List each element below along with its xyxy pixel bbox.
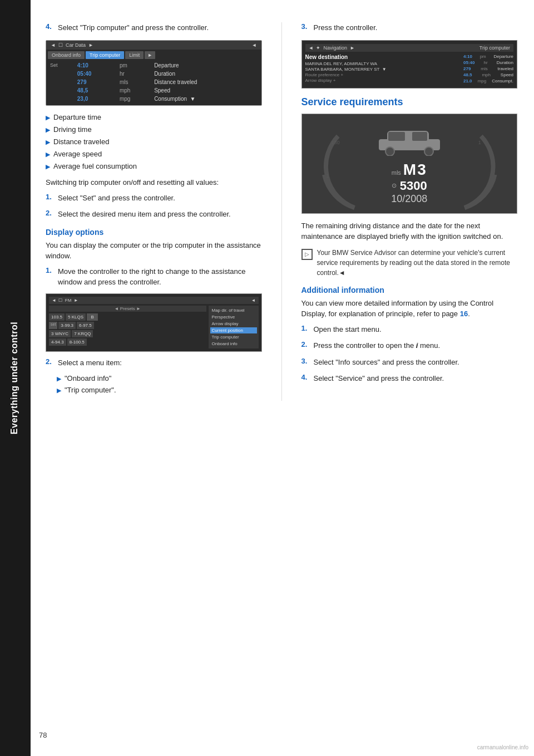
- page-link[interactable]: 16: [460, 310, 468, 318]
- step-4-text: Select "Trip computer" and press the con…: [58, 22, 209, 33]
- sidebar-border: [29, 0, 31, 756]
- trip-data-table: Set 4:10 pm Departure 05:40 hr Duration …: [48, 61, 260, 103]
- nav-data-row: 279 mls traveled: [463, 66, 513, 71]
- tab-trip-computer[interactable]: Trip computer: [86, 51, 124, 59]
- list-item: ▶Driving time: [46, 125, 262, 135]
- radio-screen: ◄ ☐ FM ► ◄ ◄ Presets ► 103.5 5 KLQS B se…: [46, 293, 262, 352]
- additional-info-text: You can view more detailed information b…: [301, 298, 518, 320]
- station-cell: 7 KRQQ: [72, 330, 93, 337]
- menu-item-active[interactable]: Current position: [210, 327, 257, 333]
- additional-step-4: 4. Select "Service" and press the contro…: [301, 373, 518, 384]
- nav-data-row: 21.0 mpg Consumpt.: [463, 78, 513, 84]
- step-1-move: 1. Move the controller to the right to c…: [46, 266, 262, 288]
- nav-data-row: 48.5 mph Speed: [463, 72, 513, 77]
- bullet-arrow-icon: ▶: [46, 150, 50, 159]
- bullet-arrow-icon: ▶: [57, 386, 61, 395]
- station-cell: 6-97.5: [77, 322, 94, 329]
- radio-topbar-left: ◄ ☐ FM ►: [52, 298, 78, 303]
- odometer-icon: ⊙: [392, 182, 397, 189]
- step-1: 1. Select "Set" and press the controller…: [46, 193, 262, 204]
- model-label: M3: [403, 161, 427, 179]
- column-divider: [281, 22, 282, 401]
- radio-row: 3 WNYC 7 KRQQ: [49, 330, 206, 337]
- menu-item: Perspective: [210, 314, 257, 320]
- navigation-screen: ◄ ✦ Navigation ► Trip computer New desti…: [301, 40, 518, 89]
- step-2: 2. Select the desired menu item and pres…: [46, 209, 262, 220]
- additional-step-2: 2. Press the controller to open the i me…: [301, 340, 518, 351]
- bullet-arrow-icon: ▶: [46, 138, 50, 146]
- left-column: 4. Select "Trip computer" and press the …: [46, 22, 262, 401]
- nav-title-left: ◄ ✦ Navigation ►: [309, 45, 355, 51]
- step-3: 3. Press the controller.: [301, 22, 518, 33]
- service-text: The remaining driving distance and the d…: [301, 220, 518, 242]
- svg-rect-7: [388, 132, 405, 141]
- nav-right-panel: 4:10 pm Departure 05:40 hr Duration 279 …: [463, 54, 513, 85]
- trip-computer-screen: ◄ ☐ Car Data ► ◄ Onboard info Trip compu…: [46, 40, 262, 106]
- service-data: mls M3 ⊙ 5300 10/2008: [391, 161, 427, 205]
- radio-row: set 3-99.3 6-97.5: [49, 322, 206, 329]
- list-item: ▶Distance traveled: [46, 137, 262, 147]
- additional-step-1-num: 1.: [301, 324, 309, 335]
- radio-row: 4-94.3 8-100.5: [49, 338, 206, 346]
- service-date: 10/2008: [391, 193, 427, 205]
- station-cell: 103.5: [49, 313, 65, 321]
- bullet-arrow-icon: ▶: [46, 126, 50, 134]
- step-1-text: Select "Set" and press the controller.: [58, 193, 175, 204]
- step-4-num: 4.: [46, 22, 53, 33]
- radio-menu-sidebar: Map dir. of travel Perspective Arrow dis…: [209, 306, 259, 348]
- radio-topbar-icon: ◄: [251, 298, 256, 303]
- sidebar-title: Everything under control: [9, 322, 19, 434]
- tab-limit[interactable]: Limit: [125, 51, 144, 59]
- bullet-arrow-icon: ▶: [46, 163, 50, 171]
- mls-label: mls: [392, 169, 401, 176]
- bullet-arrow-icon: ▶: [46, 114, 50, 122]
- station-cell: 4-94.3: [49, 338, 66, 346]
- step-2-select: 2. Select a menu item:: [46, 357, 262, 369]
- bullet-arrow-icon: ▶: [57, 375, 61, 383]
- additional-step-4-num: 4.: [301, 373, 309, 384]
- mileage-value: 5300: [400, 179, 427, 193]
- main-content: 4. Select "Trip computer" and press the …: [29, 0, 534, 423]
- radio-row: 103.5 5 KLQS B: [49, 313, 206, 321]
- nav-arrow-display: Arrow display +: [305, 78, 461, 83]
- menu-item: Map dir. of travel: [210, 307, 257, 313]
- additional-step-3-num: 3.: [301, 357, 309, 368]
- screen1-title: ◄ ☐ Car Data ►: [51, 42, 93, 48]
- additional-step-1-text: Open the start menu.: [314, 324, 382, 335]
- table-row: 279 mls Distance traveled: [48, 78, 260, 86]
- note-box: ▷ Your BMW Service Advisor can determine…: [301, 248, 518, 278]
- nav-trip-label: Trip computer: [479, 45, 510, 51]
- note-text: Your BMW Service Advisor can determine y…: [317, 248, 518, 278]
- nav-body: New destination MARINA DEL REY, ADMIRALT…: [305, 54, 514, 85]
- tab-onboard-info[interactable]: Onboard info: [48, 51, 85, 59]
- station-flag: B: [87, 313, 98, 321]
- svg-text:1: 1: [478, 140, 481, 145]
- service-req-heading: Service requirements: [301, 96, 518, 108]
- step-2-select-text: Select a menu item:: [58, 357, 122, 369]
- right-column: 3. Press the controller. ◄ ✦ Navigation …: [301, 22, 518, 401]
- presets-label: ◄ Presets ►: [49, 306, 206, 312]
- dest-line2: SANTA BARBARA, MONTERREY ST ▼: [305, 67, 461, 72]
- dest-line1: MARINA DEL REY, ADMIRALTY WA: [305, 61, 461, 66]
- display-options-heading: Display options: [46, 228, 262, 237]
- additional-step-4-text: Select "Service" and press the controlle…: [314, 373, 444, 384]
- step-1-move-num: 1.: [46, 266, 53, 288]
- svg-text:1: 1: [325, 173, 328, 178]
- menu-item-list: ▶"Onboard info" ▶"Trip computer".: [57, 374, 262, 395]
- set-label: set: [49, 322, 57, 329]
- additional-step-1: 1. Open the start menu.: [301, 324, 518, 335]
- nav-left-panel: New destination MARINA DEL REY, ADMIRALT…: [305, 54, 461, 85]
- service-image: 180 1 1 mls M3 ⊙: [301, 114, 518, 214]
- tab-arrow[interactable]: ►: [145, 51, 155, 59]
- additional-step-2-text: Press the controller to open the i menu.: [314, 340, 441, 351]
- additional-step-3-text: Select "Info sources" and press the cont…: [314, 357, 459, 368]
- menu-item: Trip computer: [210, 334, 257, 340]
- table-row: 23,0 mpg Consumption ▼: [48, 95, 260, 103]
- station-cell: 3-99.3: [58, 322, 76, 329]
- note-icon: ▷: [301, 249, 313, 260]
- list-item: ▶"Onboard info": [57, 374, 262, 384]
- step-1-move-text: Move the controller to the right to chan…: [58, 266, 262, 288]
- radio-topbar: ◄ ☐ FM ► ◄: [49, 297, 259, 304]
- menu-item: Arrow display: [210, 321, 257, 327]
- additional-step-3: 3. Select "Info sources" and press the c…: [301, 357, 518, 368]
